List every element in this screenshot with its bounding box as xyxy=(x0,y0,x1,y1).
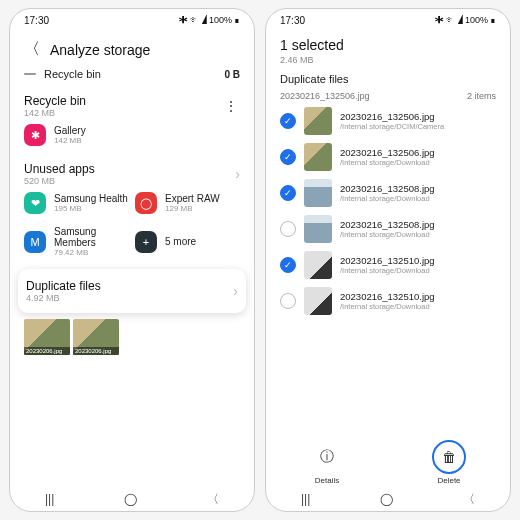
file-row[interactable]: 20230216_132508.jpg/Internal storage/Dow… xyxy=(280,211,496,247)
details-button[interactable]: ⓘ Details xyxy=(307,440,347,485)
bottom-bar: ⓘ Details 🗑 Delete xyxy=(266,439,510,487)
nav-recents[interactable]: ||| xyxy=(301,492,310,506)
dup-thumbs: 20230206.jpg 20230206.jpg xyxy=(24,319,240,359)
unused-head[interactable]: Unused apps 520 MB › xyxy=(24,162,240,186)
plus-icon: + xyxy=(135,231,157,253)
gallery-icon: ✱ xyxy=(24,124,46,146)
section-title: Duplicate files xyxy=(280,67,496,87)
row-label: Recycle bin xyxy=(44,68,216,80)
file-thumb xyxy=(304,179,332,207)
minus-icon xyxy=(24,73,36,75)
nav-home[interactable]: ◯ xyxy=(124,492,137,506)
duplicate-files-card[interactable]: Duplicate files 4.92 MB › xyxy=(18,269,246,313)
file-thumb xyxy=(304,215,332,243)
status-icons: ✱ ᯤ ◢ 100%∎ xyxy=(435,15,496,25)
row-value: 0 B xyxy=(224,69,240,80)
file-row[interactable]: 20230216_132510.jpg/Internal storage/Dow… xyxy=(280,283,496,319)
status-time: 17:30 xyxy=(24,15,49,26)
selection-size: 2.46 MB xyxy=(280,55,496,65)
expertraw-icon: ◯ xyxy=(135,192,157,214)
file-row[interactable]: 20230216_132510.jpg/Internal storage/Dow… xyxy=(280,247,496,283)
section-size: 142 MB xyxy=(24,108,222,118)
app-samsung-health[interactable]: ❤ Samsung Health195 MB xyxy=(24,186,129,220)
status-bar: 17:30 ✱ ᯤ ◢ 100%∎ xyxy=(10,9,254,31)
phone-left: 17:30 ✱ ᯤ ◢ 100%∎ 〈 Analyze storage Recy… xyxy=(9,8,255,512)
recycle-bin-row[interactable]: Recycle bin 0 B xyxy=(24,64,240,84)
checkbox[interactable] xyxy=(280,257,296,273)
app-expert-raw[interactable]: ◯ Expert RAW129 MB xyxy=(135,186,240,220)
file-thumb xyxy=(304,251,332,279)
file-thumb xyxy=(304,287,332,315)
unused-section: Unused apps 520 MB › ❤ Samsung Health195… xyxy=(24,162,240,263)
phone-right: 17:30 ✱ ᯤ ◢ 100%∎ 1 selected 2.46 MB Dup… xyxy=(265,8,511,512)
chevron-right-icon: › xyxy=(233,283,238,299)
info-icon: ⓘ xyxy=(310,440,344,474)
file-thumb xyxy=(304,107,332,135)
members-icon: M xyxy=(24,231,46,253)
checkbox[interactable] xyxy=(280,293,296,309)
file-row[interactable]: 20230216_132506.jpg/Internal storage/Dow… xyxy=(280,139,496,175)
app-gallery[interactable]: ✱ Gallery 142 MB xyxy=(24,118,240,152)
health-icon: ❤ xyxy=(24,192,46,214)
header: 〈 Analyze storage xyxy=(10,31,254,64)
checkbox[interactable] xyxy=(280,185,296,201)
app-more[interactable]: + 5 more xyxy=(135,220,240,263)
checkbox[interactable] xyxy=(280,113,296,129)
thumb[interactable]: 20230206.jpg xyxy=(73,319,119,355)
nav-bar: ||| ◯ 〈 xyxy=(10,487,254,511)
nav-home[interactable]: ◯ xyxy=(380,492,393,506)
chevron-right-icon: › xyxy=(235,166,240,182)
nav-bar: ||| ◯ 〈 xyxy=(266,487,510,511)
back-icon[interactable]: 〈 xyxy=(24,39,40,60)
status-bar: 17:30 ✱ ᯤ ◢ 100%∎ xyxy=(266,9,510,31)
selection-title: 1 selected xyxy=(280,37,496,53)
page-title: Analyze storage xyxy=(50,42,150,58)
section-name: Recycle bin xyxy=(24,94,222,108)
thumb[interactable]: 20230206.jpg xyxy=(24,319,70,355)
nav-back[interactable]: 〈 xyxy=(463,491,475,508)
nav-back[interactable]: 〈 xyxy=(207,491,219,508)
status-icons: ✱ ᯤ ◢ 100%∎ xyxy=(179,15,240,25)
app-samsung-members[interactable]: M Samsung Members79.42 MB xyxy=(24,220,129,263)
trash-icon: 🗑 xyxy=(432,440,466,474)
file-row[interactable]: 20230216_132506.jpg/Internal storage/DCI… xyxy=(280,103,496,139)
checkbox[interactable] xyxy=(280,221,296,237)
group-header: 20230216_132506.jpg 2 items xyxy=(280,87,496,103)
status-time: 17:30 xyxy=(280,15,305,26)
file-row[interactable]: 20230216_132508.jpg/Internal storage/Dow… xyxy=(280,175,496,211)
delete-button[interactable]: 🗑 Delete xyxy=(429,440,469,485)
file-thumb xyxy=(304,143,332,171)
recycle-section: Recycle bin 142 MB ⋮ ✱ Gallery 142 MB xyxy=(24,94,240,152)
checkbox[interactable] xyxy=(280,149,296,165)
nav-recents[interactable]: ||| xyxy=(45,492,54,506)
more-icon[interactable]: ⋮ xyxy=(222,98,240,114)
